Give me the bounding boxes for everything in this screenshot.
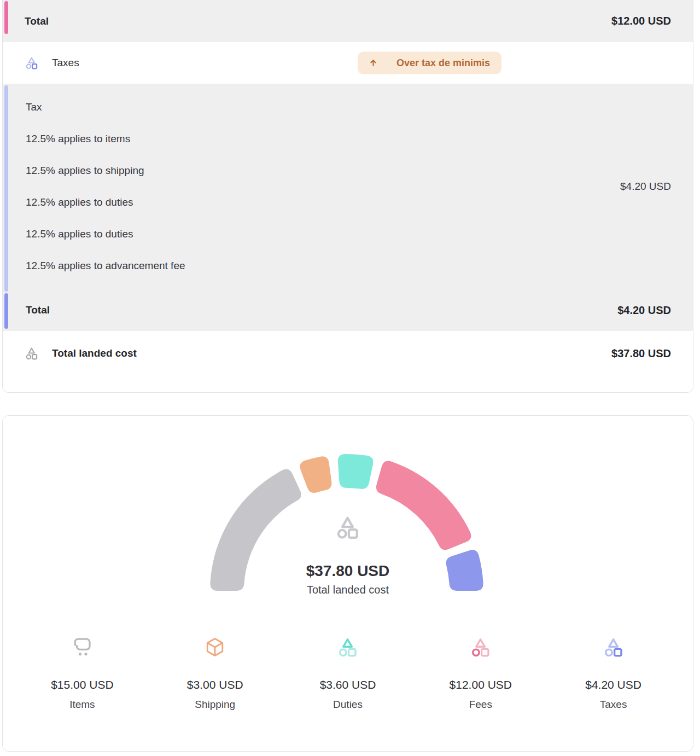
tax-total-row: Total $4.20 USD	[3, 282, 693, 331]
legend-item-shipping: $3.00 USD Shipping	[149, 636, 282, 711]
legend-label: Fees	[414, 699, 547, 711]
gauge-segment-fees	[376, 461, 471, 550]
chart-legend: $15.00 USD Items $3.00 USD Shipping $3.6…	[3, 636, 693, 711]
legend-item-items: $15.00 USD Items	[16, 636, 149, 711]
arrow-up-icon	[369, 59, 377, 67]
legend-item-fees: $12.00 USD Fees	[414, 636, 547, 711]
tax-total-amount: $4.20 USD	[617, 304, 671, 317]
gauge-segment-items	[210, 469, 301, 591]
gauge-segment-taxes	[446, 550, 483, 591]
legend-label: Items	[16, 699, 149, 711]
tax-total-label: Total	[26, 304, 50, 316]
taxes-shapes-icon	[25, 56, 39, 70]
tax-rule-line: 12.5% applies to duties	[26, 187, 620, 218]
tax-detail-section: Tax12.5% applies to items12.5% applies t…	[3, 84, 693, 331]
tax-accent-bar-dark	[4, 293, 8, 329]
fees-accent-bar	[4, 1, 8, 34]
taxes-header-row[interactable]: Taxes Over tax de minimis	[3, 42, 693, 84]
legend-amount: $15.00 USD	[16, 678, 149, 691]
landed-cost-label: Total landed cost	[52, 347, 137, 359]
tax-detail-body: Tax12.5% applies to items12.5% applies t…	[3, 84, 693, 282]
badge-label: Over tax de minimis	[396, 57, 490, 69]
tax-rule-line: 12.5% applies to duties	[26, 218, 620, 250]
tax-rule-line: 12.5% applies to items	[26, 123, 620, 155]
fees-total-row: Total $12.00 USD	[3, 0, 693, 42]
cost-breakdown-card: Total $12.00 USD Taxes Over tax de minim…	[2, 0, 693, 393]
landed-cost-chart-card: $37.80 USD Total landed cost $15.00 USD …	[2, 415, 693, 752]
gauge-segment-duties	[338, 454, 374, 489]
legend-label: Duties	[282, 699, 415, 711]
legend-item-taxes: $4.20 USD Taxes	[547, 636, 680, 711]
tax-rule-line: Tax	[26, 91, 620, 123]
tax-rule-line: 12.5% applies to advancement fee	[26, 250, 620, 282]
legend-label: Taxes	[547, 699, 680, 711]
tax-rule-line: 12.5% applies to shipping	[26, 155, 620, 187]
legend-amount: $3.60 USD	[282, 678, 415, 691]
tax-accent-bar-light	[4, 85, 8, 292]
shapes-circle-icon	[414, 636, 547, 659]
cart-icon	[16, 636, 149, 659]
shapes-square-icon	[547, 636, 680, 659]
landed-cost-page: Total $12.00 USD Taxes Over tax de minim…	[0, 0, 700, 756]
gauge-chart: $37.80 USD Total landed cost	[3, 454, 693, 635]
tax-detail-lines: Tax12.5% applies to items12.5% applies t…	[26, 91, 620, 282]
fees-total-label: Total	[25, 15, 49, 27]
legend-item-duties: $3.60 USD Duties	[282, 636, 415, 711]
landed-cost-row: Total landed cost $37.80 USD	[3, 331, 693, 392]
tax-detail-amount: $4.20 USD	[620, 181, 671, 193]
legend-label: Shipping	[149, 699, 282, 711]
landed-cost-shapes-icon	[25, 346, 39, 360]
landed-cost-amount: $37.80 USD	[611, 347, 671, 360]
legend-amount: $12.00 USD	[414, 678, 547, 691]
gauge-arc	[3, 454, 693, 635]
over-de-minimis-badge: Over tax de minimis	[358, 52, 501, 74]
fees-total-amount: $12.00 USD	[611, 15, 671, 27]
package-icon	[149, 636, 282, 659]
gauge-segment-shipping	[300, 456, 331, 493]
legend-amount: $4.20 USD	[547, 678, 680, 691]
shapes-triangle-icon	[282, 636, 415, 659]
legend-amount: $3.00 USD	[149, 678, 282, 691]
taxes-label: Taxes	[52, 57, 79, 69]
